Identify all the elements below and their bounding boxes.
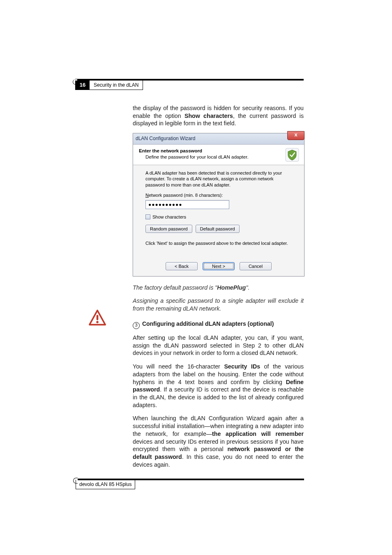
next-button[interactable]: Next > bbox=[203, 262, 235, 270]
show-characters-row: Show characters bbox=[145, 214, 292, 220]
svg-rect-1 bbox=[97, 315, 99, 320]
p4a: You will need the 16-character bbox=[133, 363, 224, 370]
page-header-tab: 16 Security in the dLAN bbox=[75, 81, 143, 90]
close-icon: x bbox=[294, 131, 297, 138]
default-pw-lead: The factory default password is " bbox=[133, 284, 217, 291]
dialog-title: dLAN Configuration Wizard bbox=[136, 136, 195, 142]
default-pw-value: HomePlug bbox=[217, 284, 246, 291]
adapter-detected-text: A dLAN adapter has been detected that is… bbox=[145, 170, 292, 189]
password-buttons-row: Random password Default password bbox=[145, 225, 292, 233]
cancel-button[interactable]: Cancel bbox=[240, 262, 272, 270]
step-3-paragraph-3: When launching the dLAN Configuration Wi… bbox=[133, 415, 304, 468]
password-label-mnemonic: N bbox=[145, 193, 149, 198]
dialog-footer: < Back Next > Cancel bbox=[133, 262, 304, 276]
step-3-number: 3 bbox=[133, 322, 140, 329]
click-next-hint: Click 'Next' to assign the password abov… bbox=[145, 240, 292, 246]
svg-point-2 bbox=[96, 321, 98, 323]
show-characters-label: Show characters bbox=[152, 214, 186, 220]
random-password-label: Random password bbox=[150, 226, 188, 231]
section-title: Security in the dLAN bbox=[90, 81, 143, 90]
app-remember-term: the application will remember bbox=[212, 431, 304, 437]
step-3-title: Configuring additional dLAN adapters (op… bbox=[142, 320, 274, 327]
default-pw-tail: ". bbox=[246, 284, 250, 291]
product-name: devolo dLAN 85 HSplus bbox=[79, 481, 131, 487]
show-characters-option: Show characters bbox=[184, 113, 233, 119]
dialog-header: Enter the network password Define the pa… bbox=[133, 145, 304, 165]
step-3-heading: 3 Configuring additional dLAN adapters (… bbox=[133, 320, 304, 329]
back-button-label: < Back bbox=[175, 264, 189, 269]
page-number: 16 bbox=[76, 81, 90, 90]
intro-paragraph: the display of the password is hidden fo… bbox=[133, 104, 304, 127]
main-content: the display of the password is hidden fo… bbox=[133, 104, 304, 474]
dialog-body: A dLAN adapter has been detected that is… bbox=[133, 165, 304, 262]
cancel-button-label: Cancel bbox=[249, 264, 263, 269]
factory-default-note: The factory default password is "HomePlu… bbox=[133, 284, 304, 292]
next-button-label: Next > bbox=[212, 264, 225, 269]
password-field-label: Network password (min. 8 characters): bbox=[145, 192, 292, 198]
default-password-label: Default password bbox=[200, 226, 235, 231]
close-button[interactable]: x bbox=[287, 131, 304, 140]
dialog-header-subtitle: Define the password for your local dLAN … bbox=[145, 154, 298, 160]
password-value-masked: ●●●●●●●●●● bbox=[148, 202, 182, 207]
dialog-titlebar: dLAN Configuration Wizard x bbox=[133, 134, 304, 145]
product-footer-tab: devolo dLAN 85 HSplus bbox=[76, 480, 135, 489]
back-button[interactable]: < Back bbox=[166, 262, 198, 270]
default-password-button[interactable]: Default password bbox=[196, 225, 240, 233]
password-input[interactable]: ●●●●●●●●●● bbox=[145, 200, 229, 209]
step-3-paragraph-1: After setting up the local dLAN adapter,… bbox=[133, 334, 304, 357]
single-adapter-warning: Assigning a specific password to a singl… bbox=[133, 297, 304, 312]
wizard-dialog: dLAN Configuration Wizard x Enter the ne… bbox=[133, 133, 304, 276]
wizard-shield-icon bbox=[285, 148, 299, 162]
dialog-header-title: Enter the network password bbox=[139, 148, 298, 154]
random-password-button[interactable]: Random password bbox=[145, 225, 192, 233]
warning-icon bbox=[89, 309, 106, 326]
step-3-paragraph-2: You will need the 16-character Security … bbox=[133, 363, 304, 409]
security-ids-term: Security IDs bbox=[224, 363, 260, 370]
show-characters-checkbox[interactable] bbox=[145, 214, 150, 219]
password-label-rest: etwork password (min. 8 characters): bbox=[149, 193, 223, 198]
